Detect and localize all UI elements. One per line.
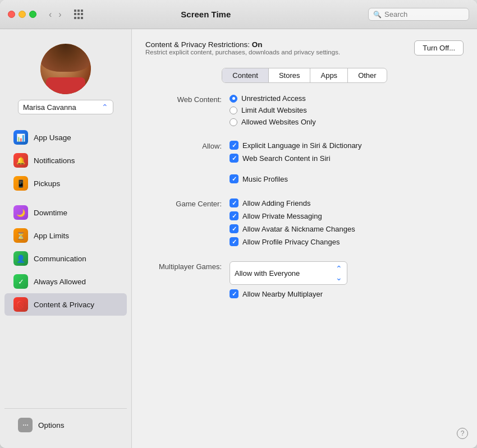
sidebar-label-pickups: Pickups bbox=[34, 179, 60, 188]
sidebar-label-notifications: Notifications bbox=[34, 156, 75, 165]
tab-other[interactable]: Other bbox=[348, 68, 387, 82]
main-content: Marisa Cavanna ⌃ 📊 App Usage 🔔 Notificat… bbox=[0, 29, 477, 448]
checkbox-profile-privacy-label: Allow Profile Privacy Changes bbox=[242, 238, 340, 246]
sidebar-item-always-allowed[interactable]: ✓ Always Allowed bbox=[4, 270, 127, 293]
checkbox-nearby-multiplayer[interactable]: Allow Nearby Multiplayer bbox=[230, 289, 464, 298]
tab-apps[interactable]: Apps bbox=[310, 68, 348, 82]
sidebar-item-notifications[interactable]: 🔔 Notifications bbox=[4, 149, 127, 172]
checkbox-private-messaging[interactable]: Allow Private Messaging bbox=[230, 211, 464, 220]
allow-section: Allow: Explicit Language in Siri & Dicti… bbox=[145, 141, 464, 187]
avatar-section: Marisa Cavanna ⌃ bbox=[0, 38, 131, 123]
checkbox-music-profiles-box bbox=[230, 174, 238, 183]
tabs-row: Content Stores Apps Other bbox=[145, 68, 464, 83]
maximize-button[interactable] bbox=[29, 11, 36, 18]
sidebar-item-pickups[interactable]: 📱 Pickups bbox=[4, 172, 127, 195]
avatar bbox=[40, 44, 91, 94]
checkbox-profile-privacy[interactable]: Allow Profile Privacy Changes bbox=[230, 237, 464, 246]
tab-stores[interactable]: Stores bbox=[269, 68, 311, 82]
sidebar-nav: 📊 App Usage 🔔 Notifications 📱 Pickups bbox=[0, 123, 131, 406]
checkbox-adding-friends-label: Allow Adding Friends bbox=[242, 199, 310, 207]
app-limits-icon: ⏳ bbox=[13, 228, 28, 243]
sidebar-item-communication[interactable]: 👤 Communication bbox=[4, 247, 127, 270]
game-center-checkboxes: Allow Adding Friends Allow Private Messa… bbox=[230, 198, 464, 250]
allow-label: Allow: bbox=[145, 141, 230, 150]
sidebar-item-app-usage[interactable]: 📊 App Usage bbox=[4, 126, 127, 149]
checkbox-web-search[interactable]: Web Search Content in Siri bbox=[230, 154, 464, 163]
checkbox-adding-friends-box bbox=[230, 198, 238, 207]
pickups-icon: 📱 bbox=[13, 176, 28, 191]
checkbox-web-search-label: Web Search Content in Siri bbox=[242, 154, 331, 163]
help-button[interactable]: ? bbox=[457, 428, 468, 439]
sidebar-label-app-usage: App Usage bbox=[34, 133, 71, 142]
allow-checkboxes: Explicit Language in Siri & Dictionary W… bbox=[230, 141, 464, 187]
checkbox-web-search-box bbox=[230, 154, 238, 163]
radio-limit-adult-circle bbox=[230, 107, 237, 114]
sidebar-label-communication: Communication bbox=[34, 255, 86, 263]
notifications-icon: 🔔 bbox=[13, 153, 28, 168]
sidebar-item-downtime[interactable]: 🌙 Downtime bbox=[4, 201, 127, 224]
search-box[interactable]: 🔍 bbox=[368, 8, 469, 21]
titlebar: ‹ › Screen Time 🔍 bbox=[0, 0, 477, 29]
game-center-section: Game Center: Allow Adding Friends Allow … bbox=[145, 198, 464, 250]
radio-unrestricted-circle bbox=[230, 95, 237, 103]
web-content-options: Unrestricted Access Limit Adult Websites… bbox=[230, 94, 464, 130]
search-icon: 🔍 bbox=[373, 11, 382, 19]
content-privacy-icon: 🚫 bbox=[13, 297, 28, 312]
restrictions-status: On bbox=[252, 40, 263, 49]
checkbox-avatar-nickname[interactable]: Allow Avatar & Nickname Changes bbox=[230, 224, 464, 233]
radio-allowed-only[interactable]: Allowed Websites Only bbox=[230, 118, 464, 126]
web-content-section: Web Content: Unrestricted Access Limit A… bbox=[145, 94, 464, 130]
checkbox-music-profiles-label: Music Profiles bbox=[242, 175, 288, 183]
avatar-hair bbox=[40, 44, 91, 72]
always-allowed-icon: ✓ bbox=[13, 274, 28, 289]
checkbox-avatar-nickname-box bbox=[230, 224, 238, 233]
user-select[interactable]: Marisa Cavanna ⌃ bbox=[18, 100, 113, 114]
sidebar-label-always-allowed: Always Allowed bbox=[34, 278, 86, 286]
sidebar-label-app-limits: App Limits bbox=[34, 232, 69, 240]
checkbox-avatar-nickname-label: Allow Avatar & Nickname Changes bbox=[242, 225, 355, 233]
sidebar-item-app-limits[interactable]: ⏳ App Limits bbox=[4, 224, 127, 247]
radio-limit-adult[interactable]: Limit Adult Websites bbox=[230, 106, 464, 114]
sidebar: Marisa Cavanna ⌃ 📊 App Usage 🔔 Notificat… bbox=[0, 29, 132, 448]
options-icon: ··· bbox=[18, 418, 33, 432]
checkbox-adding-friends[interactable]: Allow Adding Friends bbox=[230, 198, 464, 207]
sidebar-label-content-privacy: Content & Privacy bbox=[34, 301, 94, 309]
turn-off-button[interactable]: Turn Off... bbox=[414, 40, 464, 56]
multiplayer-select[interactable]: Allow with Everyone ⌃⌄ bbox=[230, 261, 347, 285]
search-input[interactable] bbox=[384, 10, 463, 19]
sidebar-item-options[interactable]: ··· Options bbox=[9, 414, 122, 436]
restrictions-header: Content & Privacy Restrictions: On Restr… bbox=[145, 40, 464, 64]
restrictions-info: Content & Privacy Restrictions: On Restr… bbox=[145, 40, 340, 64]
minimize-button[interactable] bbox=[19, 11, 26, 18]
checkbox-private-messaging-label: Allow Private Messaging bbox=[242, 212, 322, 220]
game-center-label: Game Center: bbox=[145, 198, 230, 208]
radio-limit-adult-label: Limit Adult Websites bbox=[241, 106, 307, 114]
avatar-face bbox=[40, 44, 91, 94]
radio-allowed-only-label: Allowed Websites Only bbox=[241, 118, 316, 126]
divider-1 bbox=[230, 167, 464, 174]
traffic-lights bbox=[8, 11, 36, 18]
checkbox-explicit-language[interactable]: Explicit Language in Siri & Dictionary bbox=[230, 141, 464, 150]
sidebar-label-options: Options bbox=[38, 421, 65, 429]
multiplayer-select-text: Allow with Everyone bbox=[235, 269, 332, 278]
checkbox-music-profiles[interactable]: Music Profiles bbox=[230, 174, 464, 183]
chevron-icon: ⌃ bbox=[102, 103, 108, 112]
restrictions-subtitle: Restrict explicit content, purchases, do… bbox=[145, 49, 340, 56]
sidebar-bottom: ··· Options bbox=[4, 408, 127, 439]
checkbox-profile-privacy-box bbox=[230, 237, 238, 246]
tab-group: Content Stores Apps Other bbox=[222, 68, 387, 83]
web-content-label: Web Content: bbox=[145, 94, 230, 104]
checkbox-nearby-multiplayer-label: Allow Nearby Multiplayer bbox=[242, 290, 323, 298]
sidebar-item-content-privacy[interactable]: 🚫 Content & Privacy bbox=[4, 293, 127, 316]
communication-icon: 👤 bbox=[13, 251, 28, 266]
checkbox-private-messaging-box bbox=[230, 211, 238, 220]
close-button[interactable] bbox=[8, 11, 15, 18]
restrictions-title: Content & Privacy Restrictions: On bbox=[145, 40, 340, 49]
chevron-updown-icon: ⌃⌄ bbox=[336, 264, 342, 282]
radio-allowed-only-circle bbox=[230, 118, 237, 126]
multiplayer-label: Multiplayer Games: bbox=[145, 261, 230, 271]
sidebar-label-downtime: Downtime bbox=[34, 209, 67, 217]
tab-content[interactable]: Content bbox=[222, 68, 269, 82]
user-name: Marisa Cavanna bbox=[23, 103, 76, 112]
radio-unrestricted[interactable]: Unrestricted Access bbox=[230, 94, 464, 103]
